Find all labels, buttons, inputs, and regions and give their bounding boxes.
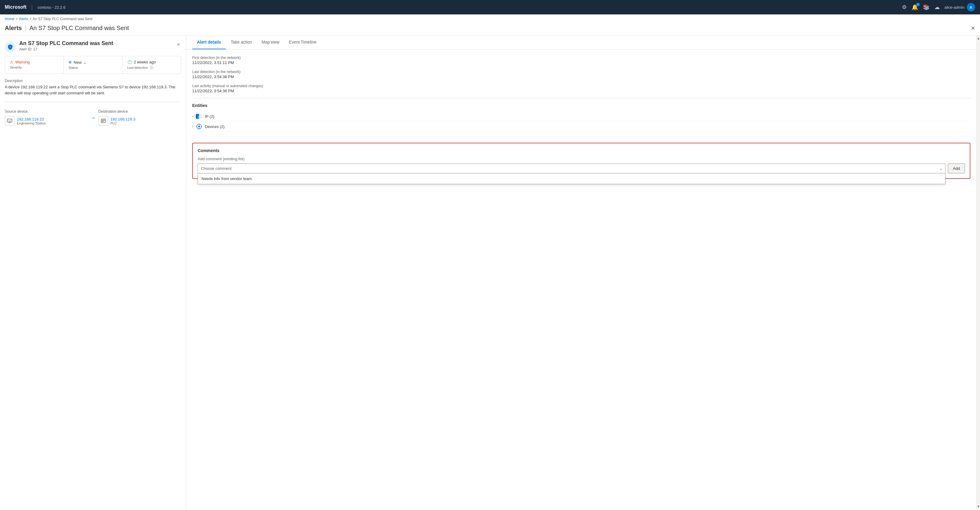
svg-point-13 (199, 128, 200, 129)
svg-point-14 (196, 126, 197, 127)
tab-map-view[interactable]: Map view (257, 35, 284, 49)
svg-rect-3 (9, 122, 11, 123)
destination-device-ip[interactable]: 192.168.119.3 (111, 117, 135, 121)
source-device-info: </> 192.168.119.22 Engineering Station (5, 116, 88, 126)
bookmark-icon[interactable]: 📚 (923, 4, 929, 11)
clock-icon: 🕐 (127, 60, 132, 64)
user-menu[interactable]: alice-admin A (945, 3, 975, 11)
arrow-connector: → (90, 114, 96, 121)
first-detection-label: First detection (in the network) (192, 56, 970, 60)
right-panel: Alert details Take action Map view Event… (186, 35, 977, 509)
navbar-right: ⚙ 🔔 0 📚 ☁ alice-admin A (902, 3, 975, 11)
user-avatar: A (967, 3, 975, 11)
detection-cell: 🕐 2 weeks ago Last detection ⓘ (123, 56, 181, 73)
tab-take-action[interactable]: Take action (226, 35, 257, 49)
alert-icon-wrapper: ! (5, 41, 16, 52)
destination-device-type: PLC (111, 121, 135, 125)
navbar: Microsoft | contoso - 22.2.6 ⚙ 🔔 0 📚 ☁ a… (0, 0, 980, 14)
severity-value: ⚠ Warning (10, 60, 59, 64)
user-name: alice-admin (945, 5, 964, 10)
alert-header: ! An S7 Stop PLC Command was Sent Alert … (5, 40, 181, 52)
svg-text:</>: </> (8, 120, 11, 122)
tab-alert-details[interactable]: Alert details (192, 35, 226, 49)
ip-entity-icon: IP (196, 114, 202, 119)
ip-icon: IP (196, 114, 202, 119)
chevron-right-icon-ip: › (192, 114, 193, 118)
breadcrumb-sep-2: > (29, 17, 32, 21)
add-comment-button[interactable]: Add (948, 164, 965, 174)
entity-devices-label: Devices (2) (205, 124, 225, 129)
alert-title: An S7 Stop PLC Command was Sent (19, 40, 172, 46)
last-activity-value: 11/22/2022, 3:54:38 PM (192, 89, 970, 93)
left-panel: ! An S7 Stop PLC Command was Sent Alert … (0, 35, 186, 509)
notifications-icon[interactable]: 🔔 0 (912, 4, 918, 11)
main-content: ! An S7 Stop PLC Command was Sent Alert … (0, 35, 980, 509)
warning-icon: ⚠ (10, 60, 14, 64)
close-button[interactable]: ✕ (971, 25, 975, 32)
breadcrumb: Home > Alerts > An S7 Stop PLC Command w… (0, 14, 980, 24)
svg-point-11 (198, 126, 200, 128)
source-device-group: Source device </> 192.168.119.22 Enginee… (5, 109, 88, 126)
severity-label: Severity (10, 65, 59, 69)
comment-dropdown-list: Needs info from vendor team (197, 174, 945, 184)
brand-name: Microsoft (5, 5, 26, 10)
notification-badge: 0 (916, 3, 920, 6)
entity-ip-label: IP (2) (205, 114, 215, 119)
device-entity-icon (196, 124, 202, 129)
breadcrumb-sep-1: > (16, 17, 18, 21)
tenant-name: contoso - 22.2.6 (38, 5, 65, 10)
breadcrumb-alerts[interactable]: Alerts (19, 17, 28, 21)
svg-point-12 (199, 124, 200, 125)
status-cell: ✻ New ⌄ Status (64, 56, 122, 73)
status-value: ✻ New ⌄ (68, 60, 117, 65)
description-section: Description A device 192.168.119.22 sent… (5, 79, 181, 96)
status-spinner-icon: ✻ (68, 60, 72, 65)
dropdown-item-needs-info[interactable]: Needs info from vendor team (198, 174, 945, 184)
page-title-subtitle: An S7 Stop PLC Command was Sent (29, 25, 129, 32)
svg-text:!: ! (10, 46, 11, 49)
destination-device-info: 192.168.119.3 PLC (99, 116, 181, 126)
alert-id: Alert ID: 17 (19, 47, 172, 51)
section-divider-entities (192, 98, 970, 98)
destination-device-label: Destination device (99, 109, 181, 113)
collapse-button[interactable]: « (176, 40, 181, 48)
alert-details-content: First detection (in the network) 11/22/2… (186, 49, 977, 143)
comment-select[interactable]: Choose comment Needs info from vendor te… (197, 164, 945, 174)
entity-devices[interactable]: › Devices (2) (192, 121, 970, 132)
last-detection-row: Last detection (in the network) 11/22/20… (192, 70, 970, 79)
scroll-up-arrow[interactable]: ▲ (977, 35, 980, 41)
first-detection-value: 11/22/2022, 3:51:11 PM (192, 61, 970, 65)
status-dropdown-button[interactable]: ⌄ (83, 60, 87, 65)
settings-icon[interactable]: ⚙ (902, 4, 907, 11)
source-device-details: 192.168.119.22 Engineering Station (17, 117, 46, 125)
detection-label: Last detection ⓘ (127, 65, 176, 70)
source-device-type: Engineering Station (17, 121, 46, 125)
info-icon: ⓘ (150, 66, 153, 69)
svg-text:IP: IP (198, 115, 200, 118)
breadcrumb-home[interactable]: Home (5, 17, 14, 21)
first-detection-row: First detection (in the network) 11/22/2… (192, 56, 970, 65)
last-detection-label: Last detection (in the network) (192, 70, 970, 74)
page-title-bar: Alerts | An S7 Stop PLC Command was Sent… (0, 24, 980, 35)
entity-ip[interactable]: › IP IP (2) (192, 112, 970, 121)
destination-device-group: Destination device 192.168.119.3 PLC (99, 109, 181, 126)
plc-icon (100, 118, 106, 124)
devices-entity-icon (196, 124, 202, 129)
description-text: A device 192.168.119.22 sent a Stop PLC … (5, 84, 181, 96)
entities-title: Entities (192, 103, 970, 108)
page-title-sep: | (25, 25, 26, 32)
source-device-icon: </> (5, 116, 14, 126)
breadcrumb-current: An S7 Stop PLC Command was Sent (33, 17, 92, 21)
comments-section: Comments Add comment (existing list) Cho… (192, 143, 970, 179)
destination-device-icon (99, 116, 108, 126)
source-device-ip[interactable]: 192.168.119.22 (17, 117, 46, 121)
comment-input-row: Choose comment Needs info from vendor te… (197, 164, 965, 174)
last-activity-row: Last activity (manual or automated chang… (192, 84, 970, 93)
alert-meta-row: ⚠ Warning Severity ✻ New ⌄ Status 🕐 2 we… (5, 56, 181, 74)
scroll-down-arrow[interactable]: ▼ (977, 504, 980, 509)
status-label: Status (68, 66, 117, 69)
tab-event-timeline[interactable]: Event Timeline (284, 35, 321, 49)
severity-cell: ⚠ Warning Severity (5, 56, 64, 73)
svg-rect-6 (102, 121, 103, 122)
cloud-icon[interactable]: ☁ (934, 4, 940, 11)
